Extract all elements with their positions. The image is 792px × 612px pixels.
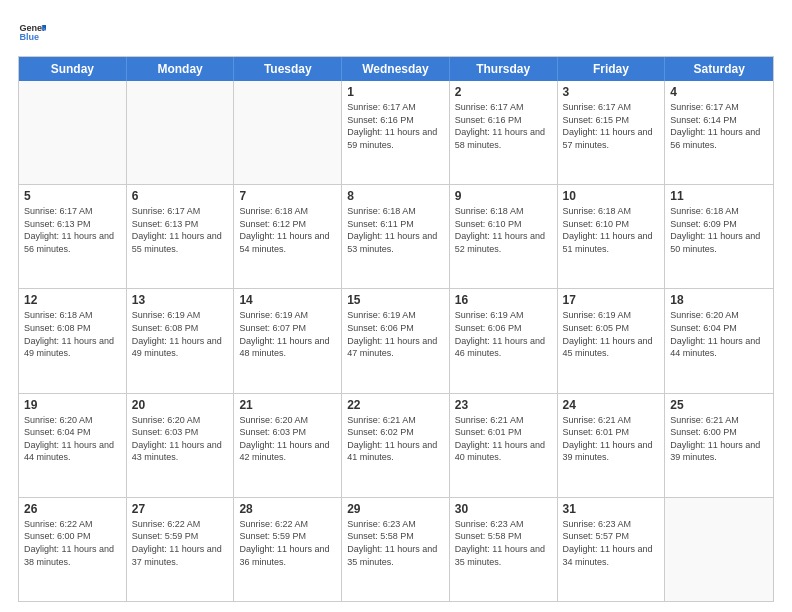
calendar-cell-16: 16Sunrise: 6:19 AMSunset: 6:06 PMDayligh… — [450, 289, 558, 392]
calendar-cell-24: 24Sunrise: 6:21 AMSunset: 6:01 PMDayligh… — [558, 394, 666, 497]
day-number: 16 — [455, 293, 552, 307]
day-number: 13 — [132, 293, 229, 307]
calendar-cell-13: 13Sunrise: 6:19 AMSunset: 6:08 PMDayligh… — [127, 289, 235, 392]
sun-info: Sunrise: 6:21 AMSunset: 6:01 PMDaylight:… — [563, 414, 660, 464]
calendar-cell-18: 18Sunrise: 6:20 AMSunset: 6:04 PMDayligh… — [665, 289, 773, 392]
sun-info: Sunrise: 6:23 AMSunset: 5:57 PMDaylight:… — [563, 518, 660, 568]
day-number: 5 — [24, 189, 121, 203]
day-number: 24 — [563, 398, 660, 412]
day-number: 4 — [670, 85, 768, 99]
header-day-thursday: Thursday — [450, 57, 558, 81]
sun-info: Sunrise: 6:18 AMSunset: 6:09 PMDaylight:… — [670, 205, 768, 255]
day-number: 2 — [455, 85, 552, 99]
sun-info: Sunrise: 6:23 AMSunset: 5:58 PMDaylight:… — [347, 518, 444, 568]
calendar-row-1: 5Sunrise: 6:17 AMSunset: 6:13 PMDaylight… — [19, 184, 773, 288]
day-number: 14 — [239, 293, 336, 307]
day-number: 21 — [239, 398, 336, 412]
sun-info: Sunrise: 6:18 AMSunset: 6:12 PMDaylight:… — [239, 205, 336, 255]
calendar-cell-9: 9Sunrise: 6:18 AMSunset: 6:10 PMDaylight… — [450, 185, 558, 288]
sun-info: Sunrise: 6:22 AMSunset: 5:59 PMDaylight:… — [132, 518, 229, 568]
header: General Blue — [18, 18, 774, 46]
header-day-friday: Friday — [558, 57, 666, 81]
calendar-cell-5: 5Sunrise: 6:17 AMSunset: 6:13 PMDaylight… — [19, 185, 127, 288]
day-number: 17 — [563, 293, 660, 307]
calendar-cell-empty-0-1 — [127, 81, 235, 184]
calendar-row-0: 1Sunrise: 6:17 AMSunset: 6:16 PMDaylight… — [19, 81, 773, 184]
header-day-wednesday: Wednesday — [342, 57, 450, 81]
sun-info: Sunrise: 6:17 AMSunset: 6:14 PMDaylight:… — [670, 101, 768, 151]
sun-info: Sunrise: 6:19 AMSunset: 6:06 PMDaylight:… — [455, 309, 552, 359]
day-number: 18 — [670, 293, 768, 307]
calendar-row-4: 26Sunrise: 6:22 AMSunset: 6:00 PMDayligh… — [19, 497, 773, 601]
calendar-cell-3: 3Sunrise: 6:17 AMSunset: 6:15 PMDaylight… — [558, 81, 666, 184]
sun-info: Sunrise: 6:21 AMSunset: 6:01 PMDaylight:… — [455, 414, 552, 464]
sun-info: Sunrise: 6:18 AMSunset: 6:08 PMDaylight:… — [24, 309, 121, 359]
sun-info: Sunrise: 6:21 AMSunset: 6:02 PMDaylight:… — [347, 414, 444, 464]
day-number: 19 — [24, 398, 121, 412]
calendar-page: General Blue SundayMondayTuesdayWednesda… — [0, 0, 792, 612]
day-number: 22 — [347, 398, 444, 412]
day-number: 7 — [239, 189, 336, 203]
header-day-monday: Monday — [127, 57, 235, 81]
sun-info: Sunrise: 6:19 AMSunset: 6:05 PMDaylight:… — [563, 309, 660, 359]
calendar-cell-6: 6Sunrise: 6:17 AMSunset: 6:13 PMDaylight… — [127, 185, 235, 288]
sun-info: Sunrise: 6:20 AMSunset: 6:04 PMDaylight:… — [670, 309, 768, 359]
sun-info: Sunrise: 6:19 AMSunset: 6:06 PMDaylight:… — [347, 309, 444, 359]
calendar-header: SundayMondayTuesdayWednesdayThursdayFrid… — [19, 57, 773, 81]
calendar-cell-2: 2Sunrise: 6:17 AMSunset: 6:16 PMDaylight… — [450, 81, 558, 184]
day-number: 9 — [455, 189, 552, 203]
sun-info: Sunrise: 6:22 AMSunset: 6:00 PMDaylight:… — [24, 518, 121, 568]
calendar-cell-28: 28Sunrise: 6:22 AMSunset: 5:59 PMDayligh… — [234, 498, 342, 601]
calendar-cell-14: 14Sunrise: 6:19 AMSunset: 6:07 PMDayligh… — [234, 289, 342, 392]
day-number: 31 — [563, 502, 660, 516]
calendar-cell-22: 22Sunrise: 6:21 AMSunset: 6:02 PMDayligh… — [342, 394, 450, 497]
calendar-cell-empty-4-6 — [665, 498, 773, 601]
calendar-cell-31: 31Sunrise: 6:23 AMSunset: 5:57 PMDayligh… — [558, 498, 666, 601]
day-number: 20 — [132, 398, 229, 412]
sun-info: Sunrise: 6:20 AMSunset: 6:03 PMDaylight:… — [239, 414, 336, 464]
sun-info: Sunrise: 6:17 AMSunset: 6:16 PMDaylight:… — [347, 101, 444, 151]
day-number: 29 — [347, 502, 444, 516]
calendar-cell-23: 23Sunrise: 6:21 AMSunset: 6:01 PMDayligh… — [450, 394, 558, 497]
calendar-row-3: 19Sunrise: 6:20 AMSunset: 6:04 PMDayligh… — [19, 393, 773, 497]
calendar-cell-10: 10Sunrise: 6:18 AMSunset: 6:10 PMDayligh… — [558, 185, 666, 288]
calendar-cell-25: 25Sunrise: 6:21 AMSunset: 6:00 PMDayligh… — [665, 394, 773, 497]
calendar-cell-19: 19Sunrise: 6:20 AMSunset: 6:04 PMDayligh… — [19, 394, 127, 497]
calendar-cell-20: 20Sunrise: 6:20 AMSunset: 6:03 PMDayligh… — [127, 394, 235, 497]
calendar-cell-12: 12Sunrise: 6:18 AMSunset: 6:08 PMDayligh… — [19, 289, 127, 392]
calendar: SundayMondayTuesdayWednesdayThursdayFrid… — [18, 56, 774, 602]
calendar-cell-30: 30Sunrise: 6:23 AMSunset: 5:58 PMDayligh… — [450, 498, 558, 601]
sun-info: Sunrise: 6:18 AMSunset: 6:10 PMDaylight:… — [563, 205, 660, 255]
sun-info: Sunrise: 6:20 AMSunset: 6:04 PMDaylight:… — [24, 414, 121, 464]
sun-info: Sunrise: 6:17 AMSunset: 6:15 PMDaylight:… — [563, 101, 660, 151]
svg-text:Blue: Blue — [19, 32, 39, 42]
calendar-cell-26: 26Sunrise: 6:22 AMSunset: 6:00 PMDayligh… — [19, 498, 127, 601]
calendar-cell-8: 8Sunrise: 6:18 AMSunset: 6:11 PMDaylight… — [342, 185, 450, 288]
sun-info: Sunrise: 6:19 AMSunset: 6:08 PMDaylight:… — [132, 309, 229, 359]
sun-info: Sunrise: 6:20 AMSunset: 6:03 PMDaylight:… — [132, 414, 229, 464]
day-number: 8 — [347, 189, 444, 203]
calendar-cell-27: 27Sunrise: 6:22 AMSunset: 5:59 PMDayligh… — [127, 498, 235, 601]
header-day-sunday: Sunday — [19, 57, 127, 81]
calendar-cell-15: 15Sunrise: 6:19 AMSunset: 6:06 PMDayligh… — [342, 289, 450, 392]
calendar-cell-11: 11Sunrise: 6:18 AMSunset: 6:09 PMDayligh… — [665, 185, 773, 288]
sun-info: Sunrise: 6:23 AMSunset: 5:58 PMDaylight:… — [455, 518, 552, 568]
sun-info: Sunrise: 6:21 AMSunset: 6:00 PMDaylight:… — [670, 414, 768, 464]
calendar-cell-21: 21Sunrise: 6:20 AMSunset: 6:03 PMDayligh… — [234, 394, 342, 497]
calendar-cell-7: 7Sunrise: 6:18 AMSunset: 6:12 PMDaylight… — [234, 185, 342, 288]
calendar-cell-29: 29Sunrise: 6:23 AMSunset: 5:58 PMDayligh… — [342, 498, 450, 601]
calendar-cell-4: 4Sunrise: 6:17 AMSunset: 6:14 PMDaylight… — [665, 81, 773, 184]
sun-info: Sunrise: 6:22 AMSunset: 5:59 PMDaylight:… — [239, 518, 336, 568]
calendar-row-2: 12Sunrise: 6:18 AMSunset: 6:08 PMDayligh… — [19, 288, 773, 392]
header-day-tuesday: Tuesday — [234, 57, 342, 81]
day-number: 28 — [239, 502, 336, 516]
day-number: 10 — [563, 189, 660, 203]
sun-info: Sunrise: 6:17 AMSunset: 6:16 PMDaylight:… — [455, 101, 552, 151]
day-number: 15 — [347, 293, 444, 307]
logo: General Blue — [18, 18, 50, 46]
calendar-cell-empty-0-2 — [234, 81, 342, 184]
sun-info: Sunrise: 6:19 AMSunset: 6:07 PMDaylight:… — [239, 309, 336, 359]
day-number: 12 — [24, 293, 121, 307]
header-day-saturday: Saturday — [665, 57, 773, 81]
day-number: 1 — [347, 85, 444, 99]
